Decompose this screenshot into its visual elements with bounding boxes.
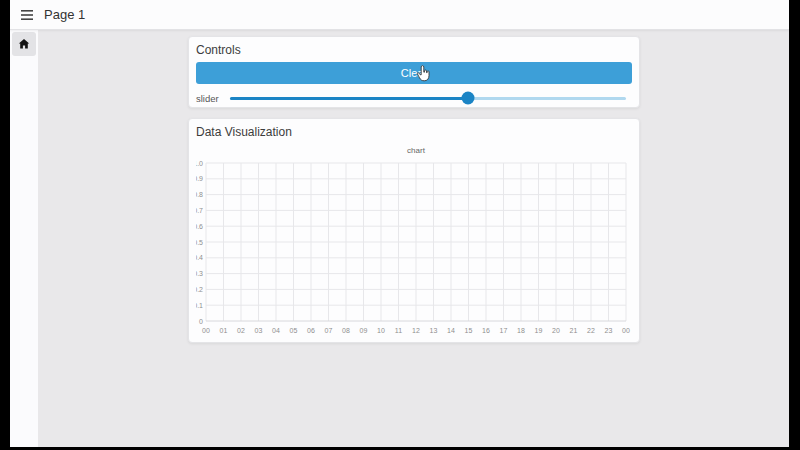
chart: chart00010203040506070809101112131415161… — [196, 141, 633, 341]
chart-y-tick-label: 1.0 — [196, 160, 203, 167]
chart-x-tick-label: 12 — [412, 327, 420, 334]
app-window: Page 1 Controls Clear slider Data Visual… — [10, 0, 789, 447]
chart-x-tick-label: 04 — [272, 327, 280, 334]
chart-y-tick-label: 0.6 — [196, 223, 203, 230]
slider-row: slider — [196, 91, 632, 105]
controls-card-title: Controls — [196, 43, 632, 57]
data-visualization-card: Data Visualization chart0001020304050607… — [188, 118, 640, 343]
chart-x-tick-label: 01 — [220, 327, 228, 334]
slider-track[interactable] — [230, 97, 626, 100]
viz-card-title: Data Visualization — [196, 125, 632, 139]
chart-x-tick-label: 17 — [500, 327, 508, 334]
chart-x-tick-label: 23 — [605, 327, 613, 334]
chart-x-tick-label: 06 — [307, 327, 315, 334]
slider-label: slider — [196, 93, 230, 104]
slider-fill — [230, 97, 468, 100]
chart-y-tick-label: 0.5 — [196, 239, 203, 246]
chart-y-tick-label: 0.2 — [196, 286, 203, 293]
chart-x-tick-label: 07 — [325, 327, 333, 334]
chart-x-tick-label: 08 — [342, 327, 350, 334]
chart-x-tick-label: 10 — [377, 327, 385, 334]
chart-x-tick-label: 00 — [622, 327, 630, 334]
chart-x-tick-label: 21 — [570, 327, 578, 334]
clear-button[interactable]: Clear — [196, 62, 632, 84]
chart-x-tick-label: 02 — [237, 327, 245, 334]
chart-y-tick-label: 0.4 — [196, 254, 203, 261]
chart-x-tick-label: 13 — [430, 327, 438, 334]
chart-x-tick-label: 09 — [360, 327, 368, 334]
chart-x-tick-label: 19 — [535, 327, 543, 334]
chart-y-tick-label: 0 — [199, 318, 203, 325]
slider-handle[interactable] — [461, 92, 474, 105]
chart-x-tick-label: 20 — [552, 327, 560, 334]
sidebar-item-home[interactable] — [12, 32, 36, 56]
top-header: Page 1 — [10, 0, 789, 30]
chart-x-tick-label: 00 — [202, 327, 210, 334]
chart-y-tick-label: 0.3 — [196, 270, 203, 277]
chart-y-tick-label: 0.1 — [196, 302, 203, 309]
chart-x-tick-label: 22 — [587, 327, 595, 334]
chart-x-tick-label: 03 — [255, 327, 263, 334]
chart-x-tick-label: 15 — [465, 327, 473, 334]
chart-x-tick-label: 05 — [290, 327, 298, 334]
chart-x-tick-label: 18 — [517, 327, 525, 334]
chart-x-tick-label: 11 — [395, 327, 402, 334]
page-title: Page 1 — [44, 7, 85, 22]
controls-card: Controls Clear slider — [188, 36, 640, 108]
chart-y-tick-label: 0.7 — [196, 207, 203, 214]
chart-x-tick-label: 16 — [482, 327, 490, 334]
home-icon — [18, 38, 30, 50]
hamburger-menu-icon[interactable] — [21, 10, 33, 20]
chart-x-tick-label: 14 — [447, 327, 455, 334]
chart-y-tick-label: 0.8 — [196, 191, 203, 198]
sidebar — [10, 30, 38, 447]
chart-y-tick-label: 0.9 — [196, 175, 203, 182]
chart-title: chart — [407, 146, 426, 155]
